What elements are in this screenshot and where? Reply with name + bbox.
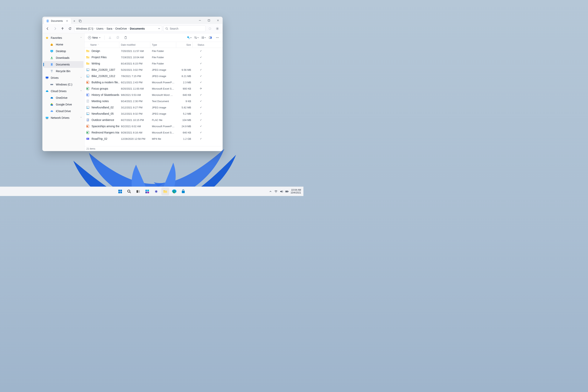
sidebar-section-header[interactable]: Favorites˄ — [43, 34, 84, 41]
breadcrumb-segment[interactable]: Users — [96, 27, 104, 30]
minimize-button[interactable] — [196, 17, 204, 24]
start-button[interactable] — [116, 188, 124, 196]
column-size[interactable]: Size — [176, 42, 193, 48]
breadcrumb-segment[interactable]: OneDrive — [115, 27, 127, 30]
file-row[interactable]: Outdoor ambience 8/27/2021 10:15 PM FLAC… — [84, 117, 222, 123]
system-tray: 10:04 AM 10/4/2021 — [269, 189, 304, 194]
file-size: 5.2 MB — [176, 112, 193, 115]
taskbar: 10:04 AM 10/4/2021 — [0, 186, 304, 196]
back-button[interactable] — [44, 26, 51, 32]
refresh-button[interactable] — [67, 26, 73, 32]
breadcrumb-segment[interactable]: Documents — [130, 27, 145, 30]
task-view-button[interactable] — [134, 188, 142, 196]
settings-button[interactable] — [214, 26, 220, 32]
breadcrumb-bar[interactable]: Windows (C:\)›Users›Sara›OneDrive›Docume… — [74, 26, 162, 32]
svg-rect-21 — [47, 78, 48, 79]
tab-documents[interactable]: Documents ✕ — [44, 18, 71, 24]
svg-point-43 — [87, 69, 88, 70]
new-tab-button[interactable]: ＋ — [71, 18, 77, 24]
column-name[interactable]: Name˄ — [84, 42, 119, 48]
teams-button[interactable] — [152, 188, 160, 196]
new-button[interactable]: + New ▾ — [86, 35, 102, 40]
status-bar: 21 items — [84, 146, 222, 151]
clock[interactable]: 10:04 AM 10/4/2021 — [291, 189, 301, 194]
sidebar-item[interactable]: Documents — [43, 61, 84, 68]
file-row[interactable]: Meeting notes 9/14/2021 2:30 PM Text Doc… — [84, 98, 222, 104]
forward-button[interactable] — [52, 26, 58, 32]
edge-button[interactable] — [170, 188, 178, 196]
svg-point-10 — [209, 28, 211, 30]
cut-button[interactable] — [107, 35, 113, 40]
file-date: 9/14/2021 2:30 PM — [119, 100, 150, 103]
svg-text:W: W — [87, 94, 88, 96]
file-row[interactable]: Project Files 7/19/2021 10:04 AM File Fo… — [84, 54, 222, 60]
svg-rect-93 — [288, 191, 288, 192]
chevron-down-icon: ▾ — [99, 37, 100, 38]
file-name: Newfoundland_02 — [92, 106, 114, 109]
file-row[interactable]: PSpaceships among the... 9/2/2021 6:02 A… — [84, 123, 222, 129]
file-row[interactable]: Bike_210620_1307 5/20/2021 3:02 PM JPEG … — [84, 67, 222, 73]
preview-pane-button[interactable] — [207, 35, 214, 40]
svg-rect-74 — [120, 190, 122, 191]
view-button[interactable]: ▾ — [200, 35, 206, 40]
file-list[interactable]: Design 7/20/2021 11:57 AM File Folder ✓ … — [84, 48, 222, 146]
column-type[interactable]: Type — [150, 42, 176, 48]
up-button[interactable] — [60, 26, 66, 32]
file-row[interactable]: WHistory of Skateboards 9/8/2021 5:53 AM… — [84, 92, 222, 98]
sidebar-section-header[interactable]: Drives˄ — [43, 74, 84, 81]
sidebar-item[interactable]: Desktop — [43, 48, 84, 54]
folder-icon — [86, 49, 90, 53]
sidebar-item[interactable]: iCloud Drive — [43, 108, 84, 114]
item-count: 21 items — [86, 148, 95, 150]
sidebar-section-header[interactable]: Cloud Drives˄ — [43, 88, 84, 94]
file-row[interactable]: Bike_210620_1312 7/9/2021 7:15 PM JPEG i… — [84, 73, 222, 79]
file-explorer-taskbar-button[interactable] — [161, 188, 169, 196]
column-status[interactable]: Status — [193, 42, 209, 48]
more-options-button[interactable] — [214, 35, 220, 40]
wifi-icon[interactable] — [274, 190, 278, 193]
sidebar-item[interactable]: Home — [43, 41, 84, 48]
sidebar-section-header[interactable]: Network Drives˅ — [43, 114, 84, 121]
sort-button[interactable]: ▾ — [193, 35, 199, 40]
tab-close-button[interactable]: ✕ — [65, 19, 69, 23]
store-button[interactable] — [179, 188, 187, 196]
svg-rect-17 — [51, 64, 52, 64]
search-input[interactable]: Search — [163, 26, 206, 32]
file-row[interactable]: RoadTrip_02 12/28/2020 12:58 PM MP4 file… — [84, 136, 222, 142]
file-row[interactable]: XRedmond Rangers triat... 9/28/2021 8:16… — [84, 129, 222, 136]
svg-rect-16 — [51, 64, 52, 64]
file-row[interactable]: Design 7/20/2021 11:57 AM File Folder ✓ — [84, 48, 222, 54]
selection-mode-button[interactable]: ▾ — [186, 35, 192, 40]
file-size: 9 KB — [176, 100, 193, 103]
close-button[interactable] — [214, 17, 222, 24]
file-date: 9/8/2021 5:53 AM — [119, 94, 150, 96]
tray-overflow-button[interactable] — [269, 190, 272, 193]
file-row[interactable]: Writing 8/14/2021 6:15 PM File Folder ✓ — [84, 60, 222, 67]
file-status: ✓ — [193, 75, 209, 78]
star-icon — [45, 36, 49, 40]
maximize-button[interactable] — [204, 17, 214, 24]
copy-button[interactable] — [115, 35, 121, 40]
file-row[interactable]: Newfoundland_05 3/12/2021 9:32 PM JPEG i… — [84, 110, 222, 117]
taskbar-search-button[interactable] — [125, 188, 133, 196]
sidebar-item[interactable]: OneDrive — [43, 94, 84, 101]
column-date[interactable]: Date modified — [119, 42, 150, 48]
battery-icon[interactable] — [285, 190, 289, 193]
history-dropdown[interactable]: ▾ — [158, 28, 160, 30]
tab-overflow-button[interactable] — [77, 18, 83, 24]
widgets-button[interactable] — [143, 188, 151, 196]
sidebar-item[interactable]: Downloads — [43, 54, 84, 61]
file-type: JPEG image — [150, 112, 176, 115]
file-row[interactable]: PBuilding a modern file... 6/21/2021 2:4… — [84, 79, 222, 86]
file-row[interactable]: XFocus groups 8/20/2021 11:00 AM Microso… — [84, 86, 222, 92]
sidebar-item[interactable]: Windows (C:) — [43, 81, 84, 88]
sidebar-item[interactable]: Google Drive — [43, 101, 84, 108]
breadcrumb-segment[interactable]: Windows (C:\) — [76, 27, 93, 30]
file-row[interactable]: Newfoundland_02 3/12/2021 9:27 PM JPEG i… — [84, 104, 222, 110]
ppt-icon: P — [86, 124, 90, 128]
paste-button[interactable] — [122, 35, 129, 40]
volume-icon[interactable] — [280, 190, 283, 193]
taskbar-center — [116, 188, 187, 196]
sidebar-item[interactable]: Recycle Bin — [43, 68, 84, 74]
breadcrumb-segment[interactable]: Sara — [106, 27, 112, 30]
